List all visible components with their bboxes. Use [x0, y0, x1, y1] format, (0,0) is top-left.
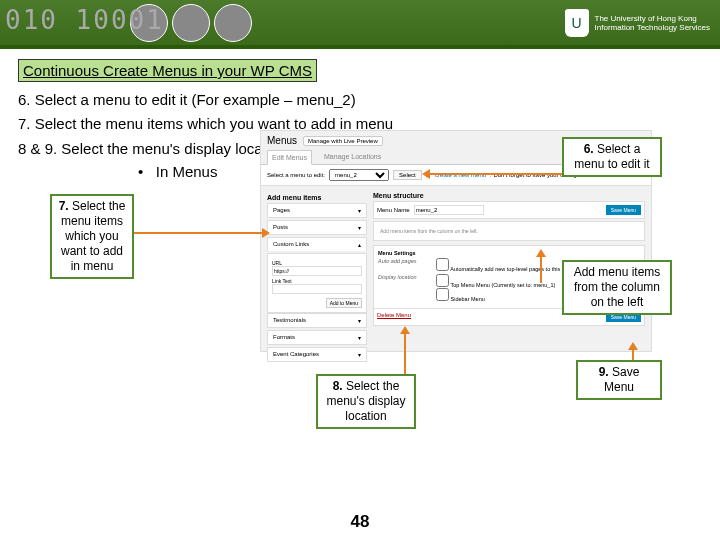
callout-8: 8. Select the menu's display location — [316, 374, 416, 429]
acc-formats[interactable]: Formats▾ — [267, 330, 367, 345]
header-photo-2 — [172, 4, 210, 42]
page-number: 48 — [0, 512, 720, 532]
in-menus-bullet: • In Menus — [138, 163, 217, 180]
menu-name-label: Menu Name — [377, 207, 410, 213]
section-title: Continuous Create Menus in your WP CMS — [18, 59, 317, 82]
slide-header: 010 10001 U The University of Hong Kong … — [0, 0, 720, 45]
arrow-7 — [134, 232, 262, 234]
chevron-down-icon: ▾ — [358, 317, 361, 324]
auto-add-label: Auto add pages — [378, 258, 428, 272]
link-text-field[interactable] — [272, 284, 362, 294]
chevron-down-icon: ▾ — [358, 224, 361, 231]
empty-structure-msg: Add menu items from the column on the le… — [373, 221, 645, 241]
add-to-menu-button[interactable]: Add to Menu — [326, 298, 362, 308]
menu-name-field[interactable] — [414, 205, 484, 215]
loc-sidebar-checkbox[interactable] — [436, 288, 449, 301]
chevron-down-icon: ▾ — [358, 351, 361, 358]
live-preview-button[interactable]: Manage with Live Preview — [303, 136, 383, 146]
save-menu-button-top[interactable]: Save Menu — [606, 205, 641, 215]
chevron-up-icon: ▴ — [358, 241, 361, 248]
header-photo-3 — [214, 4, 252, 42]
arrow-8-head — [400, 326, 410, 334]
auto-add-checkbox[interactable] — [436, 258, 449, 271]
wp-heading: Menus — [267, 135, 297, 146]
org-logo: U The University of Hong Kong Informatio… — [565, 9, 720, 37]
arrow-9-head — [628, 342, 638, 350]
callout-7: 7. Select the menu items which you want … — [50, 194, 134, 279]
loc-top-checkbox[interactable] — [436, 274, 449, 287]
acc-event-categories[interactable]: Event Categories▾ — [267, 347, 367, 362]
tab-manage-locations[interactable]: Manage Locations — [320, 150, 385, 164]
tab-edit-menus[interactable]: Edit Menus — [267, 150, 312, 165]
org-dept: Information Technology Services — [595, 23, 710, 32]
callout-6: 6. Select a menu to edit it — [562, 137, 662, 177]
arrow-6-head — [422, 169, 430, 179]
callout-add-items: Add menu items from the column on the le… — [562, 260, 672, 315]
url-field[interactable] — [272, 266, 362, 276]
chevron-down-icon: ▾ — [358, 207, 361, 214]
instruction-6: 6. Select a menu to edit it (For example… — [18, 90, 702, 110]
select-menu-label: Select a menu to edit: — [267, 172, 325, 178]
acc-custom-links[interactable]: Custom Links▴ — [267, 237, 367, 251]
menu-settings-title: Menu Settings — [378, 250, 416, 256]
delete-menu-link[interactable]: Delete Menu — [377, 312, 411, 322]
acc-posts[interactable]: Posts▾ — [267, 220, 367, 235]
arrow-8 — [404, 334, 406, 374]
arrow-6 — [430, 173, 562, 175]
acc-pages[interactable]: Pages▾ — [267, 203, 367, 218]
select-button[interactable]: Select — [393, 170, 422, 180]
add-items-title: Add menu items — [267, 192, 367, 203]
acc-testimonials[interactable]: Testimonials▾ — [267, 313, 367, 328]
display-location-label: Display location — [378, 274, 428, 302]
callout-9: 9. Save Menu — [576, 360, 662, 400]
menu-select[interactable]: menu_2 — [329, 169, 389, 181]
arrow-7-head — [262, 228, 270, 238]
menu-structure-title: Menu structure — [373, 192, 645, 199]
arrow-add-head — [536, 249, 546, 257]
org-name: The University of Hong Kong — [595, 14, 710, 23]
arrow-add — [540, 257, 542, 283]
arrow-9 — [632, 350, 634, 360]
binary-decoration: 010 10001 — [5, 5, 164, 35]
shield-icon: U — [565, 9, 589, 37]
custom-links-panel: URL Link Text Add to Menu — [267, 253, 367, 313]
chevron-down-icon: ▾ — [358, 334, 361, 341]
